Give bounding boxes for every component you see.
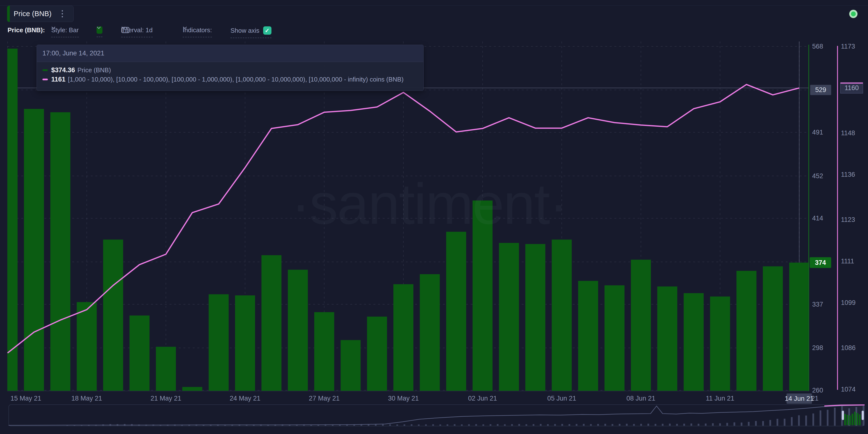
price-bar[interactable]: [789, 263, 808, 391]
svg-text:24 May 21: 24 May 21: [230, 395, 260, 402]
chevron-down-icon: [183, 26, 187, 29]
navigator-handle[interactable]: [842, 411, 844, 420]
price-bar[interactable]: [50, 112, 70, 391]
app-window: 5685294914524143372982601173114811361123…: [0, 0, 868, 434]
svg-text:18 May 21: 18 May 21: [71, 395, 102, 402]
svg-text:15 May 21: 15 May 21: [10, 395, 41, 402]
svg-text:11 Jun 21: 11 Jun 21: [706, 395, 734, 402]
price-bar[interactable]: [446, 232, 466, 391]
price-axis-ticks: 568529491452414337298260: [810, 43, 831, 394]
svg-text:414: 414: [812, 214, 823, 222]
kebab-menu-icon[interactable]: [62, 10, 63, 17]
color-picker-dropdown[interactable]: [97, 26, 102, 37]
svg-text:337: 337: [812, 301, 823, 308]
chevron-down-icon: [97, 26, 101, 29]
price-bar[interactable]: [552, 239, 572, 391]
price-bar[interactable]: [499, 243, 519, 391]
price-bar[interactable]: [288, 270, 308, 391]
price-bar[interactable]: [77, 302, 97, 391]
price-bar[interactable]: [604, 285, 625, 391]
price-bar[interactable]: [393, 284, 413, 391]
price-bar[interactable]: [314, 312, 334, 391]
navigator-selected-bar: [849, 415, 851, 425]
price-bar[interactable]: [129, 315, 150, 391]
svg-text:529: 529: [815, 86, 826, 93]
svg-text:298: 298: [812, 344, 823, 351]
price-bar[interactable]: [209, 294, 229, 391]
price-bar[interactable]: [763, 266, 783, 391]
svg-text:452: 452: [812, 172, 823, 180]
svg-text:21 May 21: 21 May 21: [151, 395, 181, 402]
price-bar[interactable]: [710, 296, 730, 391]
price-bar[interactable]: [24, 109, 44, 391]
navigator-selected-bar: [847, 415, 848, 425]
price-bar[interactable]: [525, 244, 545, 391]
price-bar[interactable]: [420, 274, 440, 391]
chevron-down-icon: [121, 26, 126, 29]
svg-text:1086: 1086: [841, 344, 856, 351]
holders-series-marker: [42, 79, 48, 80]
svg-text:568: 568: [812, 43, 823, 50]
price-bar[interactable]: [182, 387, 202, 391]
price-bar[interactable]: [657, 287, 677, 391]
navigator-border: [9, 405, 865, 426]
style-dropdown[interactable]: Style: Bar: [51, 26, 79, 37]
current-price-badge: 374: [815, 259, 826, 266]
svg-text:491: 491: [812, 128, 823, 136]
holders-axis-ticks: 11731148113611231111109910861074: [841, 43, 856, 393]
chart-toolbar: Price (BNB): Style: Bar Interval: 1d Ind…: [0, 26, 829, 41]
svg-text:27 May 21: 27 May 21: [309, 395, 340, 402]
price-bar[interactable]: [367, 317, 387, 391]
tab-title: Price (BNB): [14, 10, 52, 18]
navigator-selected-bar: [854, 412, 856, 425]
range-navigator[interactable]: [8, 405, 865, 426]
navigator-selected-bar: [859, 414, 861, 426]
crosshair-holders-badge: 1160: [845, 84, 859, 91]
tooltip-timestamp: 17:00, June 14, 2021: [37, 45, 424, 62]
top-divider: [0, 5, 868, 6]
santiment-watermark: ·santiment·: [288, 171, 571, 237]
tooltip-row-holders: 1161 [1,000 - 10,000), [10,000 - 100,000…: [42, 75, 424, 84]
chevron-down-icon: [51, 26, 56, 29]
svg-text:05 Jun 21: 05 Jun 21: [547, 395, 576, 402]
price-bar[interactable]: [103, 239, 123, 391]
interval-dropdown[interactable]: Interval: 1d: [121, 26, 153, 37]
svg-text:1111: 1111: [841, 258, 854, 265]
svg-text:1148: 1148: [841, 129, 855, 137]
price-bar[interactable]: [235, 295, 255, 391]
svg-text:30 May 21: 30 May 21: [388, 395, 419, 402]
price-bar[interactable]: [684, 293, 704, 391]
show-axis-toggle[interactable]: Show axis ✓: [230, 26, 272, 38]
navigator-price-line: [8, 405, 865, 426]
price-bar[interactable]: [261, 255, 281, 391]
navigator-selected-bar: [857, 413, 858, 425]
price-bar[interactable]: [7, 49, 18, 391]
price-series-marker: [42, 69, 48, 71]
navigator-selected-bar: [852, 414, 854, 425]
price-bar[interactable]: [631, 260, 651, 391]
metric-tab-price-bnb[interactable]: Price (BNB): [7, 6, 74, 22]
chart-tooltip: 17:00, June 14, 2021 $374.36 Price (BNB)…: [37, 45, 424, 91]
price-bar[interactable]: [341, 340, 361, 391]
svg-text:1123: 1123: [841, 216, 855, 223]
tab-accent-bar: [7, 6, 10, 22]
indicators-dropdown[interactable]: Indicators:: [183, 26, 212, 37]
x-axis-labels: 15 May 2118 May 2121 May 2124 May 2127 M…: [10, 395, 818, 402]
svg-text:1136: 1136: [841, 171, 855, 178]
navigator-selected-bar: [844, 414, 846, 425]
svg-text:1173: 1173: [841, 43, 855, 50]
price-bar[interactable]: [737, 271, 756, 391]
status-dot[interactable]: [849, 10, 858, 18]
checkbox-checked-icon[interactable]: ✓: [263, 26, 272, 35]
svg-text:1099: 1099: [841, 299, 856, 306]
tooltip-row-price: $374.36 Price (BNB): [42, 65, 424, 75]
svg-text:02 Jun 21: 02 Jun 21: [468, 395, 497, 402]
price-bar[interactable]: [578, 281, 598, 391]
toolbar-metric-label: Price (BNB):: [7, 26, 45, 37]
navigator-handle[interactable]: [862, 411, 864, 420]
svg-text:1074: 1074: [841, 386, 856, 393]
price-bar[interactable]: [156, 347, 176, 391]
svg-text:08 Jun 21: 08 Jun 21: [626, 395, 655, 402]
navigator-bars: [66, 406, 864, 426]
svg-text:260: 260: [812, 387, 823, 394]
